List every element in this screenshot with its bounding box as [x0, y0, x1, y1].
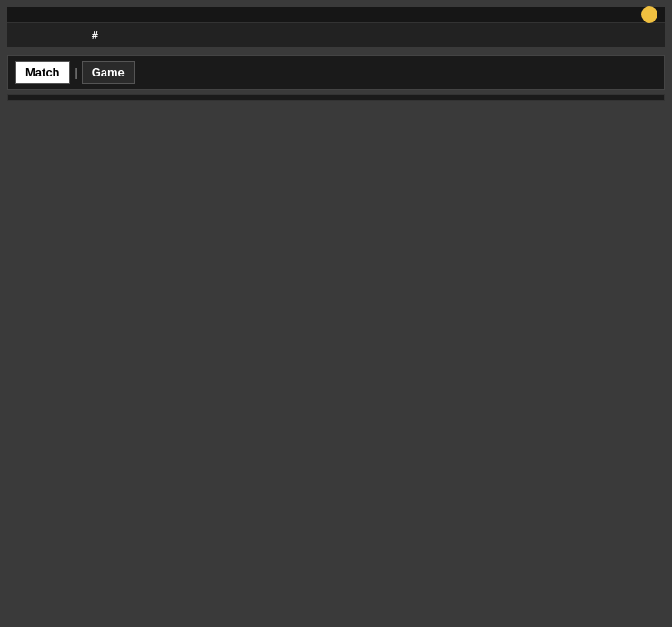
col-games: [424, 23, 545, 48]
matrix-table: [7, 94, 665, 101]
tabs-row: Match | Game: [7, 55, 665, 90]
help-icon[interactable]: [641, 6, 657, 23]
tab-separator: |: [75, 66, 78, 79]
main-container: # Match | Game: [0, 0, 672, 108]
col-team: [183, 23, 304, 48]
standings-table: #: [7, 7, 665, 47]
tab-game[interactable]: Game: [82, 61, 135, 84]
col-str: [544, 23, 665, 48]
col-rank: #: [7, 23, 183, 48]
standings-title: [7, 7, 665, 23]
tab-match[interactable]: Match: [15, 61, 70, 84]
col-series: [303, 23, 424, 48]
matrix-corner: [8, 95, 665, 101]
